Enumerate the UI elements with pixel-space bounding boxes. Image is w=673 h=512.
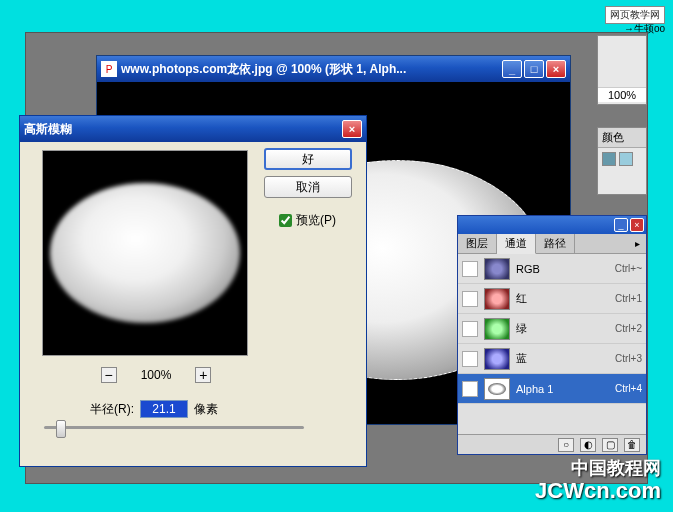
preview-box[interactable]: [42, 150, 248, 356]
visibility-toggle[interactable]: [462, 321, 478, 337]
color-swatch[interactable]: [619, 152, 633, 166]
delete-channel-icon[interactable]: 🗑: [624, 438, 640, 452]
zoom-out-button[interactable]: −: [101, 367, 117, 383]
channel-name: RGB: [516, 263, 609, 275]
zoom-value: 100%: [141, 368, 172, 382]
visibility-toggle[interactable]: [462, 261, 478, 277]
panel-titlebar[interactable]: _ ×: [458, 216, 646, 234]
channel-name: Alpha 1: [516, 383, 609, 395]
eye-icon: [465, 382, 475, 396]
channel-row-蓝[interactable]: 蓝Ctrl+3: [458, 344, 646, 374]
tab-paths[interactable]: 路径: [536, 234, 575, 253]
visibility-toggle[interactable]: [462, 381, 478, 397]
maximize-button[interactable]: □: [524, 60, 544, 78]
dialog-close-button[interactable]: ×: [342, 120, 362, 138]
dialog-titlebar[interactable]: 高斯模糊 ×: [20, 116, 366, 142]
preview-checkbox-label[interactable]: 预览(P): [279, 212, 336, 229]
channel-shortcut: Ctrl+4: [615, 383, 642, 394]
ok-button[interactable]: 好: [264, 148, 352, 170]
save-selection-icon[interactable]: ◐: [580, 438, 596, 452]
watermark-brand: JCWcn.com: [535, 478, 661, 504]
document-title: www.photops.com龙依.jpg @ 100% (形状 1, Alph…: [121, 61, 502, 78]
navigator-panel[interactable]: 100%: [597, 35, 647, 105]
radius-input[interactable]: [140, 400, 188, 418]
load-selection-icon[interactable]: ○: [558, 438, 574, 452]
panel-menu-button[interactable]: [628, 234, 646, 253]
channel-shortcut: Ctrl+~: [615, 263, 642, 274]
channel-row-rgb[interactable]: RGBCtrl+~: [458, 254, 646, 284]
visibility-toggle[interactable]: [462, 351, 478, 367]
tab-layers[interactable]: 图层: [458, 234, 497, 253]
dialog-title: 高斯模糊: [24, 121, 342, 138]
channel-row-红[interactable]: 红Ctrl+1: [458, 284, 646, 314]
color-tab[interactable]: 颜色: [598, 128, 646, 148]
radius-unit: 像素: [194, 401, 218, 418]
channel-thumb: [484, 258, 510, 280]
channel-shortcut: Ctrl+2: [615, 323, 642, 334]
close-button[interactable]: ×: [546, 60, 566, 78]
zoom-in-button[interactable]: +: [195, 367, 211, 383]
new-channel-icon[interactable]: ▢: [602, 438, 618, 452]
channel-row-alpha-1[interactable]: Alpha 1Ctrl+4: [458, 374, 646, 404]
color-swatch[interactable]: [602, 152, 616, 166]
channel-name: 绿: [516, 321, 609, 336]
minimize-button[interactable]: _: [502, 60, 522, 78]
gaussian-blur-dialog: 高斯模糊 × 好 取消 预览(P) − 100% + 半径(R): 像素: [19, 115, 367, 467]
preview-ellipse: [50, 183, 240, 323]
color-panel[interactable]: 颜色: [597, 127, 647, 195]
watermark-bottom: 中国教程网: [571, 456, 661, 480]
channel-shortcut: Ctrl+3: [615, 353, 642, 364]
channel-thumb: [484, 348, 510, 370]
radius-slider[interactable]: [44, 426, 304, 429]
tab-channels[interactable]: 通道: [497, 234, 536, 254]
channel-thumb: [484, 288, 510, 310]
channels-panel: _ × 图层 通道 路径 RGBCtrl+~红Ctrl+1绿Ctrl+2蓝Ctr…: [457, 215, 647, 455]
visibility-toggle[interactable]: [462, 291, 478, 307]
cancel-button[interactable]: 取消: [264, 176, 352, 198]
channel-name: 蓝: [516, 351, 609, 366]
navigator-zoom: 100%: [598, 87, 646, 102]
slider-thumb[interactable]: [56, 420, 66, 438]
channel-thumb: [484, 318, 510, 340]
channel-row-绿[interactable]: 绿Ctrl+2: [458, 314, 646, 344]
panel-minimize-button[interactable]: _: [614, 218, 628, 232]
channel-thumb: [484, 378, 510, 400]
channel-name: 红: [516, 291, 609, 306]
panel-close-button[interactable]: ×: [630, 218, 644, 232]
preview-checkbox[interactable]: [279, 214, 292, 227]
preview-text: 预览(P): [296, 212, 336, 229]
document-icon: P: [101, 61, 117, 77]
document-titlebar[interactable]: P www.photops.com龙依.jpg @ 100% (形状 1, Al…: [97, 56, 570, 82]
channel-shortcut: Ctrl+1: [615, 293, 642, 304]
radius-label: 半径(R):: [90, 401, 134, 418]
